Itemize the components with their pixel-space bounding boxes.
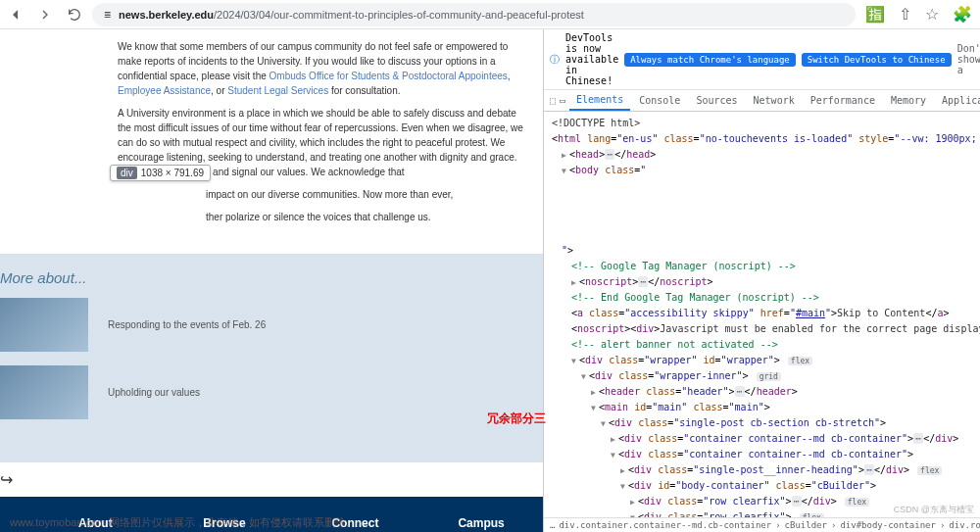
tab-application[interactable]: Application <box>935 91 980 110</box>
reload-icon[interactable] <box>67 7 82 23</box>
url-path: /2024/03/04/our-commitment-to-principles… <box>214 9 584 21</box>
tab-sources[interactable]: Sources <box>689 91 744 110</box>
page-viewport: We know that some members of our campus … <box>0 29 543 532</box>
annotation-label: 冗余部分三 <box>487 411 546 427</box>
csdn-watermark: CSDN @东离与槽宝 <box>894 504 974 516</box>
back-icon[interactable] <box>8 7 24 23</box>
more-about-heading: More about... <box>0 269 543 286</box>
devtools-tabs: ⬚ ▭ Elements Console Sources Network Per… <box>544 90 980 112</box>
address-bar[interactable]: ≡ news.berkeley.edu/2024/03/04/our-commi… <box>92 3 856 26</box>
bookmark-icon[interactable]: ☆ <box>925 5 939 24</box>
watermark: www.toymoban.com 网络图片仅供展示，非存储，如有侵权请联系删除。 <box>10 515 357 530</box>
pill-match-lang[interactable]: Always match Chrome's language <box>624 53 796 67</box>
url-host: news.berkeley.edu <box>119 9 214 21</box>
dom-breadcrumb[interactable]: … div.container.container--md.cb-contain… <box>544 517 980 532</box>
devtools-infobar: ⓘ DevTools is now available in Chinese! … <box>544 29 980 90</box>
related-thumb <box>0 298 88 352</box>
related-item[interactable]: Responding to the events of Feb. 26 <box>0 298 543 352</box>
more-about-section: More about... Responding to the events o… <box>0 254 543 462</box>
share-icon[interactable]: ⇧ <box>899 5 911 24</box>
link-ombuds[interactable]: Ombuds Office for Students & Postdoctora… <box>270 71 508 81</box>
link-employee-assistance[interactable]: Employee Assistance <box>118 85 211 96</box>
link-student-legal[interactable]: Student Legal Services <box>227 85 328 96</box>
pill-switch-lang[interactable]: Switch DevTools to Chinese <box>802 53 952 67</box>
forward-icon[interactable] <box>37 7 53 23</box>
device-icon[interactable]: ▭ <box>560 95 565 106</box>
devtools-panel: ⓘ DevTools is now available in Chinese! … <box>543 29 980 532</box>
paragraph-1: We know that some members of our campus … <box>118 39 525 98</box>
tab-network[interactable]: Network <box>747 91 802 110</box>
tab-elements[interactable]: Elements <box>569 90 630 111</box>
inspect-icon[interactable]: ⬚ <box>550 95 556 106</box>
inspect-tooltip: div1038 × 791.69 <box>110 165 211 181</box>
footer-col-campus: Campus resources Libraries Equity, Inclu… <box>458 516 543 532</box>
paragraph-2-tail1: impact on our diverse communities. Now m… <box>118 187 525 202</box>
site-info-icon[interactable]: ≡ <box>104 8 111 22</box>
paragraph-2-tail2: ther polarize or silence the voices that… <box>118 210 525 224</box>
extensions-icon[interactable]: 🧩 <box>953 5 972 24</box>
share-arrow-icon[interactable]: ↪ <box>0 471 13 488</box>
info-icon: ⓘ <box>550 53 560 67</box>
tab-memory[interactable]: Memory <box>884 91 933 110</box>
browser-toolbar: ≡ news.berkeley.edu/2024/03/04/our-commi… <box>0 0 980 29</box>
tab-performance[interactable]: Performance <box>804 91 882 110</box>
dom-tree[interactable]: <!DOCTYPE html> <html lang="en-us" class… <box>544 112 980 517</box>
translate-icon[interactable]: 🈯 <box>865 5 885 24</box>
infobar-msg: DevTools is now available in Chinese! <box>565 32 618 86</box>
tab-console[interactable]: Console <box>632 91 687 110</box>
related-title: Upholding our values <box>108 387 200 398</box>
related-title: Responding to the events of Feb. 26 <box>108 319 266 330</box>
related-thumb <box>0 365 88 419</box>
related-item[interactable]: Upholding our values <box>0 365 543 419</box>
share-row: ↪ <box>0 462 543 489</box>
